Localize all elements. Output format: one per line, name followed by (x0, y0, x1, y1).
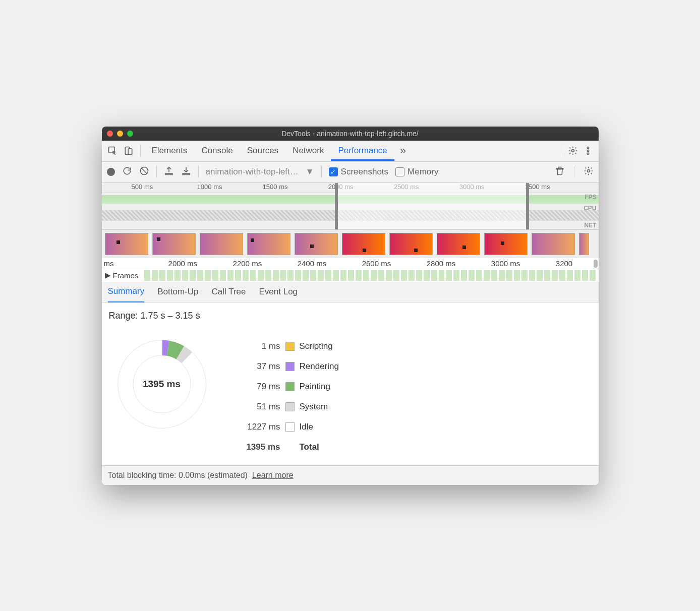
detail-tab-event-log[interactable]: Event Log (259, 282, 298, 302)
frame-bar[interactable] (280, 270, 286, 281)
frame-bar[interactable] (529, 270, 535, 281)
tab-console[interactable]: Console (194, 141, 240, 161)
frame-bar[interactable] (167, 270, 173, 281)
frame-bar[interactable] (258, 270, 264, 281)
frame-bar[interactable] (484, 270, 490, 281)
screenshots-checkbox[interactable]: ✓ Screenshots (329, 167, 389, 177)
screenshot-thumb[interactable] (484, 233, 528, 255)
frame-bar[interactable] (469, 270, 475, 281)
frame-bar[interactable] (582, 270, 588, 281)
frame-bar[interactable] (476, 270, 482, 281)
frame-bar[interactable] (235, 270, 241, 281)
frame-bar[interactable] (371, 270, 377, 281)
screenshot-thumb[interactable] (389, 233, 433, 255)
frame-bar[interactable] (491, 270, 497, 281)
frame-bar[interactable] (205, 270, 211, 281)
frame-bar[interactable] (174, 270, 181, 281)
dropdown-triangle-icon[interactable]: ▼ (306, 167, 314, 177)
learn-more-link[interactable]: Learn more (252, 471, 294, 479)
frame-bar[interactable] (521, 270, 528, 281)
frame-bar[interactable] (303, 270, 309, 281)
capture-settings-gear-icon[interactable] (584, 166, 594, 178)
screenshot-thumb[interactable] (342, 233, 385, 255)
frame-bar[interactable] (212, 270, 218, 281)
frame-bar[interactable] (363, 270, 369, 281)
frame-bar[interactable] (453, 270, 459, 281)
screenshot-thumb[interactable] (579, 233, 589, 255)
inspect-element-icon[interactable] (105, 143, 120, 158)
detail-tab-bottom-up[interactable]: Bottom-Up (157, 282, 198, 302)
frame-bar[interactable] (499, 270, 505, 281)
frame-bar[interactable] (182, 270, 188, 281)
reload-button[interactable] (122, 166, 132, 178)
scrollbar-thumb[interactable] (594, 260, 598, 268)
frame-bar[interactable] (401, 270, 407, 281)
tab-sources[interactable]: Sources (240, 141, 285, 161)
frame-bar[interactable] (190, 270, 196, 281)
screenshot-thumb[interactable] (105, 233, 148, 255)
frame-bar[interactable] (325, 270, 331, 281)
frame-bar[interactable] (514, 270, 520, 281)
frame-bar[interactable] (574, 270, 580, 281)
tab-network[interactable]: Network (285, 141, 331, 161)
frame-bar[interactable] (567, 270, 573, 281)
frame-bar[interactable] (333, 270, 339, 281)
frame-bar[interactable] (416, 270, 422, 281)
frame-bar[interactable] (393, 270, 399, 281)
frame-bar[interactable] (431, 270, 437, 281)
frame-bar[interactable] (220, 270, 226, 281)
frame-bar[interactable] (152, 270, 158, 281)
frame-bar[interactable] (348, 270, 354, 281)
frame-bar[interactable] (318, 270, 324, 281)
screenshots-filmstrip[interactable] (102, 230, 599, 258)
detail-tab-summary[interactable]: Summary (108, 281, 145, 303)
screenshot-thumb[interactable] (437, 233, 480, 255)
overview-selection[interactable] (335, 183, 529, 229)
frame-bar[interactable] (537, 270, 543, 281)
frame-bar[interactable] (356, 270, 362, 281)
frames-track[interactable]: ▶Frames (102, 269, 599, 282)
frame-bar[interactable] (552, 270, 558, 281)
device-toolbar-icon[interactable] (121, 143, 136, 158)
clear-button[interactable] (139, 166, 149, 178)
profile-selector[interactable]: animation-with-top-left… (206, 167, 299, 177)
timeline-ruler[interactable]: ms2000 ms2200 ms2400 ms2600 ms2800 ms300… (102, 258, 599, 269)
expand-triangle-icon[interactable]: ▶ (105, 271, 111, 280)
timeline-overview[interactable]: 500 ms1000 ms1500 ms2000 ms2500 ms3000 m… (102, 183, 599, 230)
frame-bar[interactable] (559, 270, 565, 281)
frame-bar[interactable] (424, 270, 430, 281)
frame-bar[interactable] (144, 270, 150, 281)
frame-bar[interactable] (461, 270, 467, 281)
screenshot-thumb[interactable] (200, 233, 243, 255)
more-tabs-icon[interactable]: » (395, 143, 411, 158)
frame-bar[interactable] (265, 270, 271, 281)
frame-bar[interactable] (310, 270, 316, 281)
frame-bar[interactable] (506, 270, 512, 281)
settings-gear-icon[interactable] (565, 143, 580, 158)
frame-bar[interactable] (409, 270, 415, 281)
screenshot-thumb[interactable] (247, 233, 290, 255)
frame-bar[interactable] (446, 270, 452, 281)
frame-bar[interactable] (243, 270, 249, 281)
frame-bar[interactable] (439, 270, 445, 281)
tab-elements[interactable]: Elements (145, 141, 195, 161)
frame-bar[interactable] (227, 270, 234, 281)
frame-bar[interactable] (378, 270, 384, 281)
memory-checkbox[interactable]: Memory (395, 167, 438, 177)
frame-bar[interactable] (287, 270, 294, 281)
load-profile-button[interactable] (164, 166, 174, 178)
screenshot-thumb[interactable] (532, 233, 575, 255)
frame-bar[interactable] (590, 270, 596, 281)
record-button[interactable] (107, 168, 115, 176)
screenshot-thumb[interactable] (295, 233, 338, 255)
frame-bar[interactable] (295, 270, 301, 281)
screenshot-thumb[interactable] (152, 233, 196, 255)
frame-bar[interactable] (340, 270, 346, 281)
kebab-menu-icon[interactable] (580, 143, 596, 158)
tab-performance[interactable]: Performance (331, 141, 394, 161)
detail-tab-call-tree[interactable]: Call Tree (211, 282, 246, 302)
frame-bar[interactable] (386, 270, 392, 281)
frame-bar[interactable] (544, 270, 550, 281)
frame-bar[interactable] (273, 270, 279, 281)
frame-bar[interactable] (197, 270, 203, 281)
